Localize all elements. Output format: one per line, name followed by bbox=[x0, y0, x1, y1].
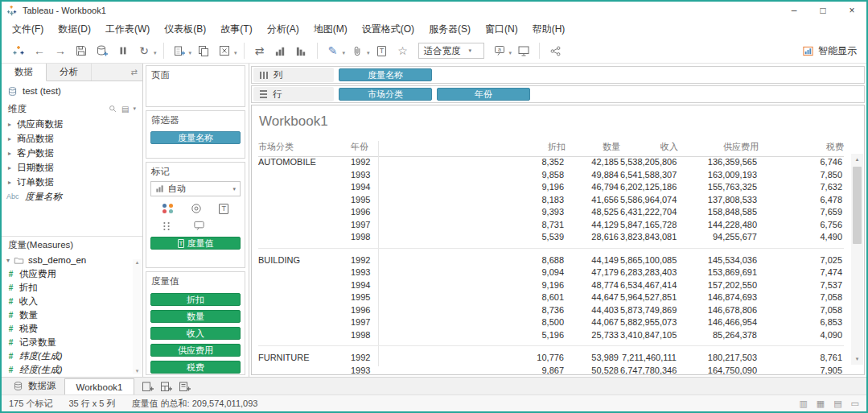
pane-options-icon[interactable]: ⇄ bbox=[126, 64, 142, 81]
field-measure-names[interactable]: Abc 度量名称 bbox=[2, 189, 142, 204]
label-icon[interactable]: T bbox=[219, 204, 228, 214]
measures-folder[interactable]: ▾ ssb_demo_en bbox=[2, 253, 142, 267]
rows-pill-market-category[interactable]: 市场分类 bbox=[339, 88, 432, 101]
menu-data[interactable]: 数据(D) bbox=[51, 19, 98, 39]
menu-dashboard[interactable]: 仪表板(B) bbox=[157, 19, 213, 39]
table-row[interactable]: 19949,19646,7946,202,125,186155,763,3257… bbox=[258, 181, 844, 194]
column-header[interactable]: 年份 bbox=[351, 141, 378, 153]
scrollbar-thumb[interactable] bbox=[853, 167, 862, 244]
table-row[interactable]: BUILDING19928,68844,1495,865,100,085145,… bbox=[258, 254, 844, 267]
expander-icon[interactable]: ▸ bbox=[6, 121, 13, 128]
redo-icon[interactable]: → bbox=[51, 41, 70, 60]
scroll-up-icon[interactable]: ▴ bbox=[851, 154, 863, 165]
expander-icon[interactable]: ▸ bbox=[6, 135, 13, 142]
refresh-icon[interactable]: ↻ bbox=[134, 41, 154, 60]
detail-icon[interactable] bbox=[161, 221, 172, 232]
table-row[interactable]: 19949,19648,7746,534,467,414157,202,5507… bbox=[258, 279, 844, 292]
field-record-count[interactable]: # 记录数量 bbox=[2, 336, 142, 349]
marks-pill-measure-values[interactable]: T 度量值 bbox=[150, 237, 241, 250]
mark-type-dropdown[interactable]: 自动 ▾ bbox=[150, 181, 241, 196]
menu-window[interactable]: 窗口(N) bbox=[478, 19, 525, 39]
new-worksheet-icon[interactable] bbox=[170, 41, 189, 60]
column-header[interactable]: 折扣 bbox=[378, 141, 566, 153]
expander-icon[interactable]: ▸ bbox=[6, 150, 13, 157]
maximize-button[interactable]: □ bbox=[808, 2, 837, 19]
menu-help[interactable]: 帮助(H) bbox=[525, 19, 573, 39]
measure-values-pill-quantity[interactable]: 数量 bbox=[150, 310, 241, 323]
highlight-icon[interactable]: ✎ bbox=[323, 41, 343, 60]
menu-map[interactable]: 地图(M) bbox=[306, 19, 355, 39]
dimension-folder-product[interactable]: ▸ 商品数据 bbox=[2, 131, 142, 146]
columns-pill-measure-names[interactable]: 度量名称 bbox=[339, 68, 432, 81]
dimension-folder-order[interactable]: ▸ 订单数据 bbox=[2, 175, 142, 189]
table-row[interactable]: 19958,18341,6565,586,964,074137,808,5336… bbox=[258, 194, 844, 207]
share-icon[interactable] bbox=[545, 41, 565, 60]
new-story-tab-icon[interactable] bbox=[178, 380, 191, 393]
grid-view-icon[interactable]: ▦ bbox=[817, 399, 825, 409]
swap-axes-icon[interactable]: ⇄ bbox=[250, 41, 269, 60]
field-revenue[interactable]: # 收入 bbox=[2, 295, 142, 308]
rows-shelf[interactable]: 行 市场分类 年份 bbox=[251, 85, 865, 103]
size-icon[interactable] bbox=[190, 202, 203, 215]
measure-values-pill-supply-cost[interactable]: 供应费用 bbox=[150, 344, 241, 357]
close-button[interactable]: × bbox=[837, 2, 866, 19]
new-worksheet-tab-icon[interactable] bbox=[141, 380, 154, 393]
menu-server[interactable]: 服务器(S) bbox=[422, 19, 478, 39]
table-row[interactable]: AUTOMOBILE19928,35242,1855,538,205,80613… bbox=[258, 156, 844, 169]
fit-dropdown[interactable]: 适合宽度 ▾ bbox=[418, 43, 484, 59]
group-members-icon[interactable] bbox=[348, 41, 367, 60]
dimension-folder-date[interactable]: ▸ 日期数据 bbox=[2, 160, 142, 175]
sort-ascending-icon[interactable] bbox=[271, 41, 290, 60]
group-members-caret-icon[interactable]: ▾ bbox=[367, 50, 370, 56]
table-row[interactable]: 19939,85849,8846,541,588,307163,009,1937… bbox=[258, 169, 844, 182]
tab-analytics[interactable]: 分析 bbox=[47, 64, 92, 81]
menu-story[interactable]: 故事(T) bbox=[213, 19, 259, 39]
clear-sheet-icon[interactable] bbox=[215, 41, 234, 60]
dimensions-menu-caret-icon[interactable]: ▾ bbox=[133, 105, 136, 112]
column-header[interactable]: 收入 bbox=[620, 141, 678, 153]
sheet-sorter-icon[interactable]: ▥ bbox=[799, 399, 807, 409]
field-latitude-generated[interactable]: # 纬度(生成) bbox=[2, 349, 142, 363]
datasource-item[interactable]: test (test) bbox=[2, 81, 142, 101]
dimension-folder-supplier[interactable]: ▸ 供应商数据 bbox=[2, 117, 142, 131]
show-me-button[interactable]: 智能显示 bbox=[799, 44, 860, 58]
measure-values-pill-revenue[interactable]: 收入 bbox=[150, 327, 241, 340]
field-supply-cost[interactable]: # 供应费用 bbox=[2, 267, 142, 281]
scroll-down-icon[interactable]: ▾ bbox=[136, 368, 139, 374]
scroll-up-icon[interactable]: ▴ bbox=[136, 259, 139, 266]
tab-worksheet-active[interactable]: Workbook1 bbox=[64, 378, 135, 394]
field-discount[interactable]: # 折扣 bbox=[2, 281, 142, 295]
column-header[interactable]: 市场分类 bbox=[258, 141, 351, 153]
table-row[interactable]: 19978,50044,0675,882,955,073146,466,9546… bbox=[258, 316, 844, 329]
minimize-button[interactable]: – bbox=[780, 2, 808, 19]
rows-pill-year[interactable]: 年份 bbox=[437, 88, 530, 101]
sort-descending-icon[interactable] bbox=[292, 41, 311, 60]
table-row[interactable]: 19958,60144,6475,964,527,851146,874,6937… bbox=[258, 291, 844, 304]
tableau-home-icon[interactable] bbox=[9, 41, 28, 60]
highlight-caret-icon[interactable]: ▾ bbox=[343, 50, 346, 56]
column-header[interactable]: 税费 bbox=[759, 141, 844, 153]
search-icon[interactable] bbox=[108, 104, 117, 114]
table-row[interactable]: 19939,09447,1796,283,283,403153,869,6917… bbox=[258, 266, 844, 279]
tooltip-icon[interactable] bbox=[193, 220, 205, 232]
columns-shelf[interactable]: 列 度量名称 bbox=[251, 66, 865, 84]
scroll-down-icon[interactable]: ▾ bbox=[851, 353, 863, 365]
menu-format[interactable]: 设置格式(O) bbox=[355, 19, 422, 39]
table-row[interactable]: 19939,86750,5286,747,780,346164,750,0907… bbox=[258, 365, 844, 375]
undo-icon[interactable]: ← bbox=[30, 41, 49, 60]
table-row[interactable]: FURNITURE199210,77653,9897,211,460,11118… bbox=[258, 352, 844, 365]
table-row[interactable]: 19969,39348,5256,431,222,704158,848,5857… bbox=[258, 206, 844, 219]
highlight-star-icon[interactable]: ☆ bbox=[393, 41, 413, 60]
field-longitude-generated[interactable]: # 经度(生成) bbox=[2, 363, 142, 377]
data-pane-scrollbar[interactable]: ▴ ▾ bbox=[133, 259, 142, 374]
table-row[interactable]: 19985,53928,6163,823,843,08194,255,6774,… bbox=[258, 231, 844, 244]
menu-file[interactable]: 文件(F) bbox=[5, 19, 51, 39]
menu-worksheet[interactable]: 工作表(W) bbox=[98, 19, 157, 39]
tab-datasource[interactable]: 数据源 bbox=[5, 378, 64, 394]
new-worksheet-caret-icon[interactable]: ▾ bbox=[189, 50, 192, 56]
show-tabs-icon[interactable]: ▭ bbox=[851, 399, 859, 409]
new-dashboard-tab-icon[interactable] bbox=[159, 380, 173, 393]
clear-sheet-caret-icon[interactable]: ▾ bbox=[234, 50, 237, 56]
expander-open-icon[interactable]: ▾ bbox=[6, 257, 10, 264]
save-icon[interactable] bbox=[72, 41, 91, 60]
